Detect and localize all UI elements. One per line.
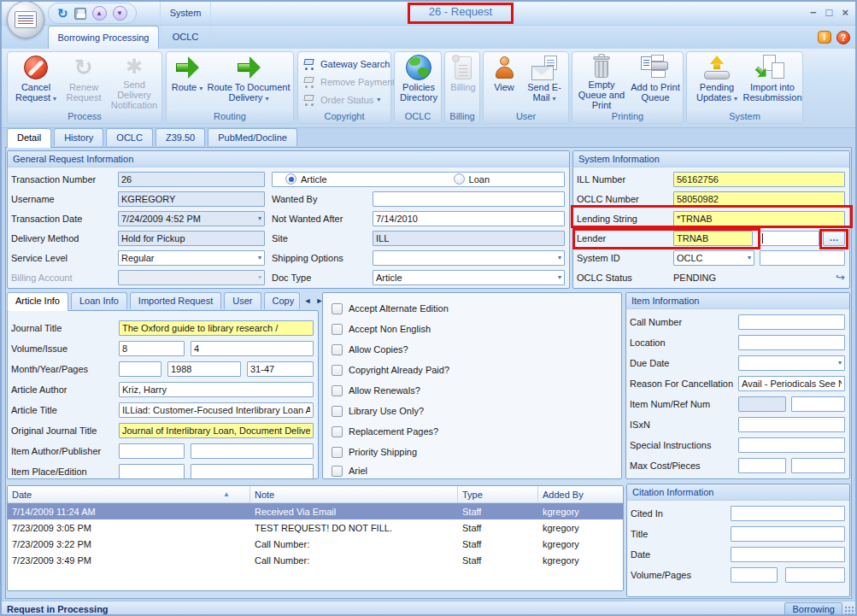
- ribbon-tab-system[interactable]: System: [160, 0, 211, 26]
- column-header-type[interactable]: Type: [458, 486, 538, 502]
- isxn-field[interactable]: [738, 417, 845, 432]
- route-button[interactable]: Route ▾: [170, 54, 204, 110]
- checkbox-priority-shipping[interactable]: Priority Shipping: [332, 443, 417, 461]
- checkbox-allow-renewals[interactable]: Allow Renewals?: [332, 382, 420, 399]
- issue-field[interactable]: 4: [191, 341, 314, 356]
- add-to-print-queue-button[interactable]: Add to Print Queue: [629, 54, 682, 110]
- renew-request-button[interactable]: ↻ Renew Request: [62, 54, 105, 110]
- checkbox-replacement-pages[interactable]: Replacement Pages?: [332, 423, 438, 440]
- tab-z3950[interactable]: Z39.50: [156, 128, 205, 146]
- info-icon[interactable]: i: [818, 31, 831, 44]
- resize-grip[interactable]: [844, 606, 854, 616]
- due-date-dropdown[interactable]: ▾: [738, 355, 845, 371]
- maximize-button[interactable]: □: [826, 6, 833, 19]
- doc-type-dropdown[interactable]: Article▾: [373, 270, 565, 285]
- lender-field[interactable]: TRNAB: [673, 231, 753, 246]
- max-cost-field[interactable]: [738, 458, 786, 473]
- pending-updates-button[interactable]: Pending Updates ▾: [690, 54, 743, 110]
- tab-history[interactable]: History: [54, 128, 103, 146]
- billing-button[interactable]: Billing: [447, 54, 479, 110]
- article-title-field[interactable]: ILLiad: Customer-Focused Interlibrary Lo…: [119, 402, 314, 418]
- table-row[interactable]: 7/23/2009 3:22 PMCall Number: Staffkgreg…: [8, 536, 623, 552]
- article-author-field[interactable]: Kriz, Harry: [119, 382, 314, 397]
- empty-queue-and-print-button[interactable]: Empty Queue and Print: [575, 54, 628, 110]
- policies-directory-button[interactable]: Policies Directory: [396, 54, 441, 110]
- year-field[interactable]: 1988: [167, 361, 241, 377]
- application-menu-button[interactable]: [7, 1, 44, 38]
- help-icon[interactable]: ?: [836, 31, 850, 44]
- tab-imported-request[interactable]: Imported Request: [130, 292, 221, 309]
- citation-title-field[interactable]: [731, 526, 845, 542]
- gateway-search-button[interactable]: Gateway Search: [302, 56, 390, 72]
- radio-article[interactable]: Article: [285, 173, 327, 185]
- checkbox-library-use-only[interactable]: Library Use Only?: [332, 402, 424, 419]
- transaction-date-field[interactable]: 7/24/2009 4:52 PM▾: [118, 211, 265, 226]
- column-header-date[interactable]: Date▲: [8, 486, 250, 502]
- cancel-request-button[interactable]: Cancel Request ▾: [11, 54, 61, 110]
- table-row[interactable]: 7/14/2009 11:24 AMReceived Via Email Sta…: [8, 503, 623, 519]
- save-icon[interactable]: [74, 8, 86, 20]
- location-field[interactable]: [738, 335, 845, 350]
- reason-for-cancellation-field[interactable]: Avail - Periodicals See Not: [738, 376, 845, 391]
- citation-volume-field[interactable]: [731, 567, 778, 583]
- item-publisher-field[interactable]: [191, 443, 314, 459]
- pieces-field[interactable]: [791, 458, 845, 473]
- wanted-by-field[interactable]: [373, 191, 565, 207]
- journal-title-field[interactable]: The Oxford guide to library research /: [119, 320, 314, 336]
- lender-browse-button[interactable]: …: [823, 231, 845, 246]
- tab-loan-info[interactable]: Loan Info: [71, 292, 127, 309]
- table-row[interactable]: 7/23/2009 3:49 PMCall Number: Staffkgreg…: [8, 552, 623, 568]
- item-place-field[interactable]: [119, 464, 185, 479]
- tab-copyright-clipped[interactable]: Copy: [264, 292, 300, 309]
- route-to-document-delivery-button[interactable]: Route To Document Delivery ▾: [206, 54, 291, 110]
- send-delivery-notification-button[interactable]: ✱ Send Delivery Notification: [107, 54, 161, 110]
- item-author-field[interactable]: [119, 443, 185, 459]
- send-email-button[interactable]: Send E-Mail ▾: [521, 54, 567, 110]
- original-journal-title-field[interactable]: Journal of Interlibrary Loan, Document D…: [119, 423, 314, 438]
- volume-field[interactable]: 8: [119, 341, 185, 356]
- checkbox-allow-copies[interactable]: Allow Copies?: [332, 341, 408, 358]
- tab-scroll-left-icon[interactable]: ◄: [304, 292, 312, 310]
- special-instructions-field[interactable]: [738, 437, 845, 453]
- ill-number-field[interactable]: 56162756: [673, 172, 845, 187]
- service-level-dropdown[interactable]: Regular▾: [118, 250, 265, 266]
- ribbon-tab-borrowing-processing[interactable]: Borrowing Processing: [48, 26, 159, 49]
- checkbox-accept-alternate-edition[interactable]: Accept Alternate Edition: [332, 300, 449, 317]
- system-id-extra-field[interactable]: [760, 250, 845, 266]
- shipping-options-dropdown[interactable]: ▾: [373, 250, 565, 266]
- item-edition-field[interactable]: [191, 464, 314, 479]
- checkbox-accept-non-english[interactable]: Accept Non English: [332, 320, 431, 337]
- order-status-button[interactable]: Order Status ▾: [302, 91, 380, 108]
- ribbon-tab-oclc[interactable]: OCLC: [160, 26, 211, 49]
- qat-up-button[interactable]: ▲: [92, 6, 107, 21]
- oclc-number-field[interactable]: 58050982: [673, 191, 845, 207]
- minimize-button[interactable]: −: [810, 6, 817, 19]
- qat-down-button[interactable]: ▼: [113, 6, 127, 21]
- view-button[interactable]: View: [487, 54, 521, 110]
- column-header-note[interactable]: Note: [250, 486, 458, 502]
- call-number-field[interactable]: [738, 314, 845, 330]
- tab-article-info[interactable]: Article Info: [7, 292, 68, 311]
- citation-date-field[interactable]: [731, 547, 845, 562]
- lender-lookup-field[interactable]: [758, 231, 819, 246]
- remove-payment-button[interactable]: Remove Payment: [302, 73, 395, 90]
- tab-detail[interactable]: Detail: [7, 128, 51, 148]
- month-field[interactable]: [119, 361, 161, 377]
- citation-pages-field[interactable]: [785, 567, 845, 583]
- lending-string-field[interactable]: *TRNAB: [673, 211, 845, 226]
- checkbox-copyright-already-paid[interactable]: Copyright Already Paid?: [332, 361, 449, 378]
- tab-oclc[interactable]: OCLC: [106, 128, 153, 146]
- cited-in-field[interactable]: [731, 506, 845, 521]
- checkbox-ariel[interactable]: Ariel: [332, 462, 367, 479]
- not-wanted-after-field[interactable]: 7/14/2010: [373, 211, 565, 226]
- column-header-added-by[interactable]: Added By: [538, 486, 623, 502]
- system-id-dropdown[interactable]: OCLC▾: [673, 250, 754, 266]
- tab-pubmed-docline[interactable]: PubMed/Docline: [208, 128, 297, 146]
- table-row[interactable]: 7/23/2009 3:05 PMTEST REQUEST! DO NOT FI…: [8, 519, 623, 536]
- ref-num-field[interactable]: [791, 396, 845, 412]
- close-button[interactable]: ×: [842, 6, 848, 19]
- refresh-icon[interactable]: ↻: [57, 7, 68, 20]
- resend-arrow-icon[interactable]: ↪: [836, 271, 845, 284]
- tab-user[interactable]: User: [224, 292, 261, 309]
- pages-field[interactable]: 31-47: [247, 361, 314, 377]
